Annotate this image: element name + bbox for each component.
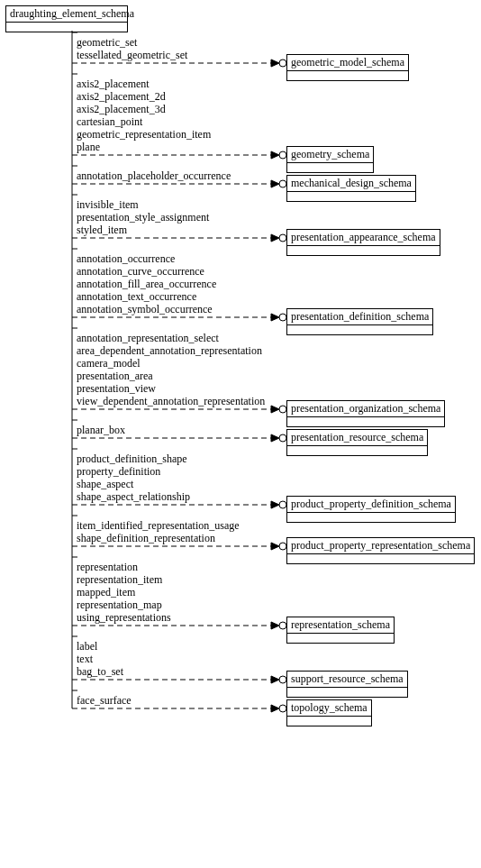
import-item-label: presentation_style_assignment <box>77 211 209 224</box>
import-item-label: annotation_curve_occurrence <box>77 265 216 278</box>
import-item-label: label <box>77 640 123 653</box>
target-schema-body <box>287 688 407 697</box>
target-schema-title: geometric_model_schema <box>287 55 408 71</box>
target-schema-title: mechanical_design_schema <box>287 176 415 192</box>
import-item-label: plane <box>77 141 211 153</box>
target-schema-body <box>287 325 432 334</box>
import-item-label: representation_map <box>77 598 171 611</box>
dependency-arrowhead <box>271 59 279 67</box>
source-schema-box: draughting_element_schema <box>5 5 128 32</box>
dependency-arrowhead <box>271 705 279 712</box>
target-schema-box: presentation_organization_schema <box>286 400 445 427</box>
import-items: axis2_placementaxis2_placement_2daxis2_p… <box>77 78 211 153</box>
import-item-label: annotation_occurrence <box>77 252 216 265</box>
target-schema-body <box>287 634 394 643</box>
dependency-arrowhead <box>271 434 279 442</box>
dependency-endpoint-circle <box>279 151 286 159</box>
dependency-arrowhead <box>271 151 279 159</box>
import-items: face_surface <box>77 694 132 707</box>
import-items: item_identified_representation_usageshap… <box>77 519 240 544</box>
target-schema-box: mechanical_design_schema <box>286 175 416 202</box>
target-schema-box: representation_schema <box>286 617 395 644</box>
target-schema-title: geometry_schema <box>287 147 373 163</box>
target-schema-box: geometry_schema <box>286 146 374 173</box>
import-items: representationrepresentation_itemmapped_… <box>77 561 171 624</box>
import-item-label: geometric_set <box>77 36 187 49</box>
source-schema-title: draughting_element_schema <box>6 6 127 23</box>
dependency-arrowhead <box>271 501 279 508</box>
import-item-label: text <box>77 653 123 665</box>
import-item-label: shape_definition_representation <box>77 532 240 544</box>
import-item-label: representation_item <box>77 573 171 586</box>
import-item-label: invisible_item <box>77 198 209 211</box>
target-schema-title: presentation_resource_schema <box>287 430 427 446</box>
import-item-label: presentation_view <box>77 382 265 395</box>
dependency-endpoint-circle <box>279 543 286 550</box>
import-items: geometric_settessellated_geometric_set <box>77 36 187 61</box>
dependency-endpoint-circle <box>279 314 286 321</box>
import-item-label: axis2_placement_3d <box>77 103 211 115</box>
dependency-arrowhead <box>271 676 279 683</box>
import-item-label: cartesian_point <box>77 115 211 128</box>
import-item-label: using_representations <box>77 611 171 624</box>
target-schema-box: topology_schema <box>286 699 372 726</box>
target-schema-box: presentation_appearance_schema <box>286 229 440 256</box>
import-item-label: tessellated_geometric_set <box>77 49 187 61</box>
target-schema-title: presentation_appearance_schema <box>287 230 440 246</box>
import-item-label: annotation_fill_area_occurrence <box>77 278 216 290</box>
target-schema-box: presentation_definition_schema <box>286 308 433 335</box>
import-item-label: mapped_item <box>77 586 171 598</box>
target-schema-box: product_property_definition_schema <box>286 496 456 523</box>
import-item-label: shape_aspect_relationship <box>77 490 190 503</box>
dependency-arrowhead <box>271 622 279 629</box>
import-items: labeltextbag_to_set <box>77 640 123 678</box>
target-schema-box: presentation_resource_schema <box>286 429 428 456</box>
import-item-label: face_surface <box>77 694 132 707</box>
target-schema-body <box>287 417 444 426</box>
import-item-label: planar_box <box>77 424 125 436</box>
import-item-label: representation <box>77 561 171 573</box>
dependency-endpoint-circle <box>279 705 286 712</box>
dependency-arrowhead <box>271 314 279 321</box>
dependency-endpoint-circle <box>279 622 286 629</box>
target-schema-body <box>287 717 371 726</box>
dependency-arrowhead <box>271 234 279 242</box>
import-item-label: shape_aspect <box>77 478 190 490</box>
target-schema-body <box>287 554 474 563</box>
import-item-label: product_definition_shape <box>77 452 190 465</box>
target-schema-title: presentation_definition_schema <box>287 309 432 325</box>
import-item-label: presentation_area <box>77 370 265 382</box>
dependency-endpoint-circle <box>279 406 286 413</box>
target-schema-box: geometric_model_schema <box>286 54 409 81</box>
import-item-label: axis2_placement <box>77 78 211 90</box>
import-item-label: geometric_representation_item <box>77 128 211 141</box>
target-schema-title: presentation_organization_schema <box>287 401 444 417</box>
import-items: annotation_occurrenceannotation_curve_oc… <box>77 252 216 315</box>
target-schema-body <box>287 192 415 201</box>
source-schema-body <box>6 23 127 32</box>
import-item-label: view_dependent_annotation_representation <box>77 395 265 407</box>
target-schema-body <box>287 71 408 80</box>
target-schema-box: product_property_representation_schema <box>286 537 475 564</box>
import-items: annotation_placeholder_occurrence <box>77 169 231 182</box>
target-schema-title: product_property_definition_schema <box>287 497 455 513</box>
target-schema-body <box>287 246 440 255</box>
dependency-endpoint-circle <box>279 676 286 683</box>
target-schema-title: support_resource_schema <box>287 672 407 688</box>
import-items: planar_box <box>77 424 125 436</box>
import-item-label: annotation_text_occurrence <box>77 290 216 303</box>
import-items: invisible_itempresentation_style_assignm… <box>77 198 209 236</box>
dependency-arrowhead <box>271 543 279 550</box>
dependency-arrowhead <box>271 180 279 187</box>
target-schema-body <box>287 163 373 172</box>
import-item-label: bag_to_set <box>77 665 123 678</box>
target-schema-body <box>287 446 427 455</box>
dependency-endpoint-circle <box>279 434 286 442</box>
import-item-label: annotation_representation_select <box>77 332 265 344</box>
dependency-arrowhead <box>271 406 279 413</box>
dependency-endpoint-circle <box>279 501 286 508</box>
import-item-label: axis2_placement_2d <box>77 90 211 103</box>
target-schema-title: product_property_representation_schema <box>287 538 474 554</box>
diagram-canvas: draughting_element_schema geometric_sett… <box>0 0 481 868</box>
dependency-endpoint-circle <box>279 59 286 67</box>
